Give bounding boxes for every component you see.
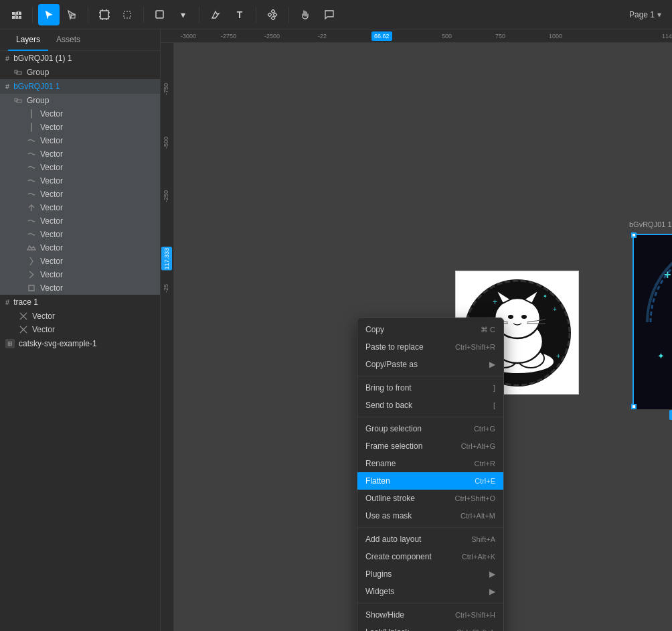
- layer-section-bGvRQJ01-1-1[interactable]: # bGvRQJ01 (1) 1: [0, 51, 160, 66]
- handle-bl[interactable]: [631, 404, 637, 409]
- menu-item-component[interactable]: Create component Ctrl+Alt+K: [357, 548, 503, 565]
- menu-group-shortcut: Ctrl+G: [474, 425, 495, 433]
- layer-vector-9[interactable]: Vector: [0, 214, 160, 228]
- group-icon-1: [13, 68, 23, 77]
- group-icon-2: [13, 96, 23, 105]
- menu-item-lock[interactable]: Lock/Unlock Ctrl+Shift+L: [357, 624, 503, 631]
- menu-outline-shortcut: Ctrl+Shift+O: [454, 494, 495, 502]
- ruler-tick-1: -3000: [181, 33, 196, 40]
- menu-lock-label: Lock/Unlock: [365, 628, 456, 631]
- layer-vector-5[interactable]: Vector: [0, 161, 160, 174]
- handle-tl[interactable]: [631, 232, 637, 238]
- menu-item-showhide[interactable]: Show/Hide Ctrl+Shift+H: [357, 606, 503, 624]
- menu-button[interactable]: [5, 4, 27, 25]
- menu-copy-paste-label: Copy/Paste as: [365, 360, 489, 369]
- menu-item-paste-replace[interactable]: Paste to replace Ctrl+Shift+R: [357, 338, 503, 356]
- layer-vector-2[interactable]: Vector: [0, 121, 160, 134]
- menu-item-copy-paste-as[interactable]: Copy/Paste as ▶: [357, 356, 503, 373]
- layer-vector-13[interactable]: Vector: [0, 268, 160, 281]
- vector-label-12: Vector: [40, 257, 155, 266]
- comment-tool-button[interactable]: [319, 4, 340, 25]
- menu-item-widgets[interactable]: Widgets ▶: [357, 583, 503, 600]
- vector-label-10: Vector: [40, 230, 155, 239]
- layer-vector-3[interactable]: Vector: [0, 134, 160, 147]
- menu-item-rename[interactable]: Rename Ctrl+R: [357, 455, 503, 472]
- vector-label-14: Vector: [40, 283, 155, 293]
- section-label-1: bGvRQJ01 (1) 1: [13, 54, 72, 63]
- menu-mask-label: Use as mask: [365, 511, 460, 520]
- menu-frame-label: Frame selection: [365, 441, 461, 451]
- menu-item-flatten[interactable]: Flatten Ctrl+E: [357, 472, 503, 490]
- toolbar-frame-tools: [94, 4, 138, 25]
- frame-tool-button[interactable]: [94, 4, 115, 25]
- hand-tool-button[interactable]: [295, 4, 316, 25]
- slice-tool-button[interactable]: [116, 4, 138, 25]
- vector-icon-7: [27, 190, 36, 199]
- trace-vector-label-2: Vector: [32, 325, 155, 334]
- layer-vector-8[interactable]: Vector: [0, 201, 160, 214]
- menu-item-bring-front[interactable]: Bring to front ]: [357, 379, 503, 397]
- page-indicator[interactable]: Page 1 ▾: [624, 10, 667, 19]
- menu-frame-shortcut: Ctrl+Alt+G: [461, 442, 495, 450]
- svg-rect-15: [273, 13, 277, 17]
- layer-vector-14[interactable]: Vector: [0, 281, 160, 295]
- ruler-tick-3: -2500: [264, 33, 280, 40]
- menu-item-autolayout[interactable]: Add auto layout Shift+A: [357, 531, 503, 548]
- layer-vector-11[interactable]: Vector: [0, 241, 160, 255]
- layer-vector-12[interactable]: Vector: [0, 255, 160, 268]
- layer-vector-10[interactable]: Vector: [0, 228, 160, 241]
- select-tool-button[interactable]: [38, 4, 60, 25]
- vector-icon-4: [27, 149, 36, 159]
- svg-rect-2: [100, 11, 108, 19]
- layer-vector-6[interactable]: Vector: [0, 174, 160, 188]
- components-button[interactable]: [262, 4, 283, 25]
- frame-size-label: 1097.75 × 984.3: [669, 410, 672, 420]
- section-label-3: trace 1: [13, 297, 38, 307]
- cat-canvas-large-container[interactable]: + + ✦ ✦ + ✦: [633, 234, 672, 408]
- layer-vector-4[interactable]: Vector: [0, 147, 160, 161]
- shape-dropdown-button[interactable]: ▾: [172, 4, 193, 25]
- vector-icon-3: [27, 136, 36, 145]
- layer-section-trace-1[interactable]: # trace 1: [0, 295, 160, 309]
- menu-item-outline[interactable]: Outline stroke Ctrl+Shift+O: [357, 490, 503, 507]
- menu-item-frame[interactable]: Frame selection Ctrl+Alt+G: [357, 437, 503, 455]
- layer-trace-vector-1[interactable]: Vector: [0, 309, 160, 323]
- text-tool-button[interactable]: T: [229, 4, 250, 25]
- svg-text:+: +: [556, 352, 560, 360]
- ruler-vhighlight: 117.333: [161, 247, 172, 271]
- menu-item-plugins[interactable]: Plugins ▶: [357, 565, 503, 583]
- frame-select-button[interactable]: [61, 4, 82, 25]
- canvas-area[interactable]: -3000 -2750 -2500 -22 66.62 500 750 1000…: [161, 29, 672, 631]
- layer-vector-1[interactable]: Vector: [0, 107, 160, 121]
- section-label-4: catsky-svg-example-1: [19, 339, 97, 348]
- menu-item-group[interactable]: Group selection Ctrl+G: [357, 420, 503, 437]
- tab-assets[interactable]: Assets: [48, 29, 88, 51]
- vector-label-8: Vector: [40, 203, 155, 212]
- menu-item-send-back[interactable]: Send to back [: [357, 397, 503, 414]
- layer-section-bGvRQJ01-1[interactable]: # bGvRQJ01 1: [0, 79, 160, 94]
- svg-text:✦: ✦: [657, 351, 665, 361]
- menu-rename-shortcut: Ctrl+R: [475, 460, 495, 468]
- menu-send-back-shortcut: [: [493, 401, 495, 409]
- layer-group-1[interactable]: Group: [0, 66, 160, 79]
- svg-text:+: +: [553, 305, 557, 313]
- menu-autolayout-label: Add auto layout: [365, 535, 471, 544]
- menu-item-copy[interactable]: Copy ⌘ C: [357, 321, 503, 338]
- tab-layers[interactable]: Layers: [8, 29, 48, 51]
- group-label-1: Group: [27, 68, 155, 77]
- ruler-vtick-4: -25: [163, 284, 169, 293]
- menu-component-shortcut: Ctrl+Alt+K: [462, 553, 495, 561]
- main-content: Layers Assets # bGvRQJ01 (1) 1 Group # b…: [0, 29, 672, 631]
- pen-tool-button[interactable]: [205, 4, 226, 25]
- layer-vector-7[interactable]: Vector: [0, 188, 160, 201]
- layer-group-2[interactable]: Group: [0, 94, 160, 107]
- menu-item-mask[interactable]: Use as mask Ctrl+Alt+M: [357, 507, 503, 524]
- toolbar-left-tools: [5, 4, 27, 25]
- layer-section-catsky[interactable]: ⊞ catsky-svg-example-1: [0, 336, 160, 351]
- shape-tool-button[interactable]: [149, 4, 171, 25]
- vector-icon-11: [27, 243, 36, 253]
- left-panel: Layers Assets # bGvRQJ01 (1) 1 Group # b…: [0, 29, 161, 631]
- layer-trace-vector-2[interactable]: Vector: [0, 323, 160, 336]
- ruler-tick-4: -22: [318, 33, 327, 40]
- vector-icon-13: [27, 270, 36, 279]
